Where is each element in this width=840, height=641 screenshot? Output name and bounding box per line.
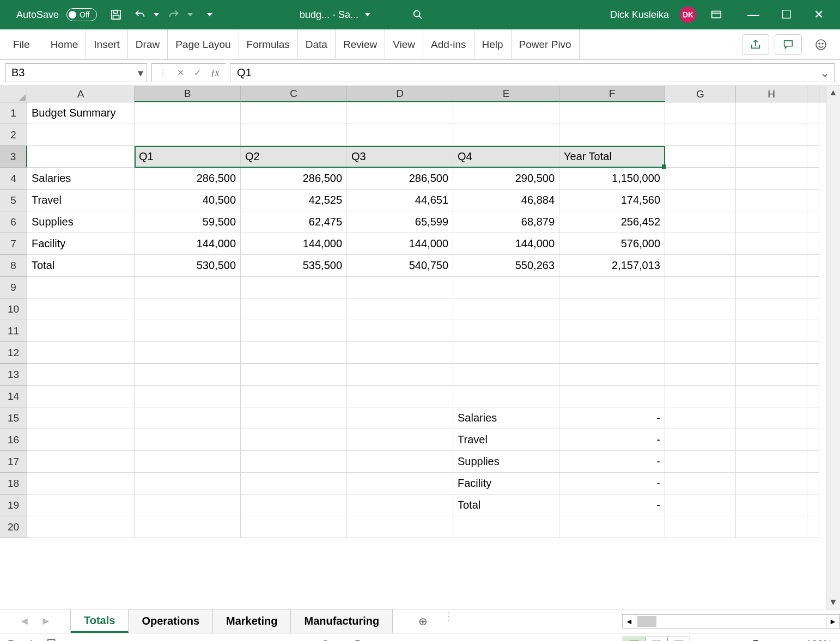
cell-H1[interactable] <box>736 102 807 124</box>
cell-F2[interactable] <box>559 124 665 146</box>
cell-H15[interactable] <box>736 407 807 429</box>
ribbon-display-icon[interactable] <box>707 5 726 24</box>
cell-E7[interactable]: 144,000 <box>453 233 559 255</box>
cell-C14[interactable] <box>241 386 347 407</box>
cell-C2[interactable] <box>241 124 347 146</box>
cell-B14[interactable] <box>135 386 241 407</box>
cell-B2[interactable] <box>135 124 241 146</box>
cell-F17[interactable]: - <box>559 451 665 473</box>
cell-C4[interactable]: 286,500 <box>241 168 347 190</box>
cell-G6[interactable] <box>665 211 736 233</box>
cell-C15[interactable] <box>241 407 347 429</box>
cell-C3[interactable]: Q2 <box>241 146 347 168</box>
cell-C1[interactable] <box>241 102 347 124</box>
row-header-18[interactable]: 18 <box>0 473 27 495</box>
cell-C8[interactable]: 535,500 <box>241 255 347 277</box>
cell-H19[interactable] <box>736 495 807 516</box>
ribbon-tab-data[interactable]: Data <box>298 29 336 59</box>
autosave-toggle[interactable]: AutoSave Off <box>16 8 97 21</box>
cell-D17[interactable] <box>347 451 453 473</box>
row-header-1[interactable]: 1 <box>0 102 27 124</box>
cell-D16[interactable] <box>347 429 453 451</box>
cell-C7[interactable]: 144,000 <box>241 233 347 255</box>
ribbon-tab-draw[interactable]: Draw <box>128 29 168 59</box>
macro-record-icon[interactable] <box>46 637 58 641</box>
cell-F8[interactable]: 2,157,013 <box>559 255 665 277</box>
cell-G14[interactable] <box>665 386 736 407</box>
cell-D11[interactable] <box>347 320 453 342</box>
cell-A20[interactable] <box>27 516 135 538</box>
cell-E15[interactable]: Salaries <box>453 407 559 429</box>
cell-A13[interactable] <box>27 364 135 386</box>
cell-G10[interactable] <box>665 298 736 320</box>
cell-E19[interactable]: Total <box>453 495 559 516</box>
row-header-6[interactable]: 6 <box>0 211 27 233</box>
cell-F16[interactable]: - <box>559 429 665 451</box>
cell-A14[interactable] <box>27 386 135 407</box>
cell-A12[interactable] <box>27 342 135 364</box>
cell-F18[interactable]: - <box>559 473 665 495</box>
cell-G12[interactable] <box>665 342 736 364</box>
cell-G7[interactable] <box>665 233 736 255</box>
cell-E11[interactable] <box>453 320 559 342</box>
cell-B13[interactable] <box>135 364 241 386</box>
row-header-11[interactable]: 11 <box>0 320 27 342</box>
redo-dropdown-icon[interactable] <box>187 13 193 16</box>
cell-A5[interactable]: Travel <box>27 190 135 211</box>
share-button[interactable] <box>742 34 769 55</box>
cell-G8[interactable] <box>665 255 736 277</box>
cell-G18[interactable] <box>665 473 736 495</box>
cell-A9[interactable] <box>27 277 135 298</box>
cell-H11[interactable] <box>736 320 807 342</box>
cell-B6[interactable]: 59,500 <box>135 211 241 233</box>
cell-B11[interactable] <box>135 320 241 342</box>
cell-D19[interactable] <box>347 495 453 516</box>
cell-F12[interactable] <box>559 342 665 364</box>
cell-E12[interactable] <box>453 342 559 364</box>
cell-B12[interactable] <box>135 342 241 364</box>
cell-E17[interactable]: Supplies <box>453 451 559 473</box>
cell-H20[interactable] <box>736 516 807 538</box>
cell-E9[interactable] <box>453 277 559 298</box>
zoom-out-icon[interactable]: − <box>707 638 713 642</box>
cell-G11[interactable] <box>665 320 736 342</box>
cell-H8[interactable] <box>736 255 807 277</box>
cell-D10[interactable] <box>347 298 453 320</box>
cell-G15[interactable] <box>665 407 736 429</box>
select-all-corner[interactable] <box>0 86 27 102</box>
ribbon-tab-insert[interactable]: Insert <box>86 29 128 59</box>
cell-A6[interactable]: Supplies <box>27 211 135 233</box>
cell-F11[interactable] <box>559 320 665 342</box>
cell-C17[interactable] <box>241 451 347 473</box>
cell-G9[interactable] <box>665 277 736 298</box>
cell-B16[interactable] <box>135 429 241 451</box>
cell-D9[interactable] <box>347 277 453 298</box>
ribbon-tab-file[interactable]: File <box>5 29 43 59</box>
cell-E2[interactable] <box>453 124 559 146</box>
cell-H5[interactable] <box>736 190 807 211</box>
cell-E3[interactable]: Q4 <box>453 146 559 168</box>
cell-F7[interactable]: 576,000 <box>559 233 665 255</box>
cell-D1[interactable] <box>347 102 453 124</box>
row-header-17[interactable]: 17 <box>0 451 27 473</box>
cell-C20[interactable] <box>241 516 347 538</box>
row-header-15[interactable]: 15 <box>0 407 27 429</box>
close-button[interactable]: ✕ <box>814 8 824 22</box>
cell-G17[interactable] <box>665 451 736 473</box>
cell-E5[interactable]: 46,884 <box>453 190 559 211</box>
cell-D13[interactable] <box>347 364 453 386</box>
cell-F20[interactable] <box>559 516 665 538</box>
cell-G4[interactable] <box>665 168 736 190</box>
row-header-5[interactable]: 5 <box>0 190 27 211</box>
cell-E13[interactable] <box>453 364 559 386</box>
cell-H17[interactable] <box>736 451 807 473</box>
save-icon[interactable] <box>107 5 125 24</box>
row-header-19[interactable]: 19 <box>0 495 27 516</box>
cell-G5[interactable] <box>665 190 736 211</box>
ribbon-tab-home[interactable]: Home <box>43 29 87 59</box>
cell-B5[interactable]: 40,500 <box>135 190 241 211</box>
cell-F3[interactable]: Year Total <box>559 146 665 168</box>
cell-A8[interactable]: Total <box>27 255 135 277</box>
cell-B1[interactable] <box>135 102 241 124</box>
cell-A3[interactable] <box>27 146 135 168</box>
